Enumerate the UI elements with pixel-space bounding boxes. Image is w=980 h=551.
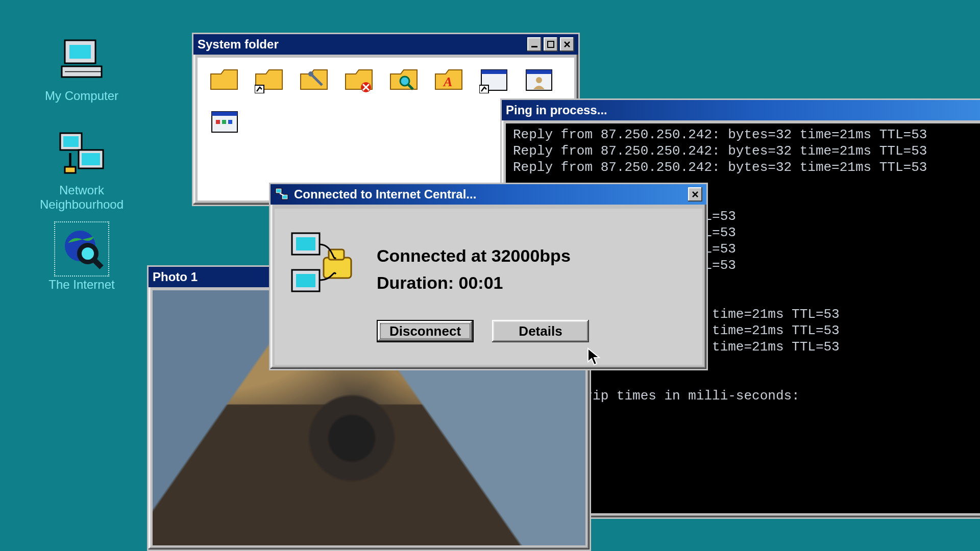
desktop-icon-the-internet[interactable]: The Internet [26,224,138,292]
svg-rect-39 [277,189,281,192]
svg-rect-36 [222,120,226,124]
svg-point-12 [82,247,94,260]
svg-rect-34 [212,112,237,116]
svg-rect-29 [479,85,488,93]
svg-rect-46 [296,237,315,251]
svg-rect-1 [69,45,91,59]
svg-rect-35 [216,120,220,124]
svg-line-17 [565,42,570,47]
minimize-button[interactable] [527,37,542,52]
window-title: Connected to Internet Central... [294,187,688,202]
desktop-icon-label: Network Neighbourhood [40,183,124,212]
folder-tools-icon[interactable] [300,67,329,93]
window-user-icon[interactable] [524,67,554,93]
svg-rect-28 [481,70,507,74]
svg-rect-5 [63,136,79,147]
svg-text:A: A [443,74,452,89]
svg-point-32 [536,77,542,83]
folder-fonts-icon[interactable]: A [434,67,464,93]
svg-point-20 [308,71,313,77]
close-button[interactable] [688,187,702,202]
desktop-icon-my-computer[interactable]: My Computer [26,36,138,103]
window-title: System folder [198,37,527,52]
close-button[interactable] [560,37,574,52]
window-title: Ping in process... [506,103,980,117]
svg-rect-8 [65,167,76,173]
disconnect-button[interactable]: Disconnect [377,320,474,342]
svg-rect-49 [324,258,351,278]
folder-icon[interactable] [210,67,239,93]
desktop-icon-label: The Internet [48,278,114,292]
connection-titlebar-icon [275,187,289,202]
desktop-icon-label: My Computer [45,89,118,103]
connection-status-text: Connected at 32000bps Duration: 00:01 [377,242,571,296]
dialup-connection-icon [287,229,358,300]
svg-line-16 [565,42,570,47]
svg-rect-37 [228,120,232,124]
folder-shortcut-icon[interactable] [255,67,284,93]
dialog-connection[interactable]: Connected to Internet Central... Connect… [269,183,708,370]
folder-blocked-icon[interactable] [345,67,374,93]
titlebar[interactable]: Connected to Internet Central... [271,184,706,205]
svg-rect-41 [283,195,287,198]
svg-rect-18 [255,85,264,93]
svg-rect-31 [526,70,552,74]
folder-search-icon[interactable] [389,67,419,93]
titlebar[interactable]: Ping in process... [502,100,980,120]
network-icon [57,130,106,179]
maximize-button[interactable] [544,37,558,52]
svg-line-43 [693,192,698,197]
globe-search-icon [57,224,106,273]
svg-rect-7 [82,153,100,165]
desktop-icon-network-neighbourhood[interactable]: Network Neighbourhood [26,130,138,212]
svg-rect-15 [548,41,554,47]
details-button[interactable]: Details [492,320,589,342]
window-apps-icon[interactable] [210,109,239,135]
titlebar[interactable]: System folder [193,34,578,55]
window-shortcut-icon[interactable] [479,67,509,93]
svg-rect-14 [531,46,537,47]
computer-icon [57,36,106,85]
svg-rect-48 [296,274,315,287]
svg-line-13 [94,260,102,267]
svg-line-44 [693,192,698,197]
